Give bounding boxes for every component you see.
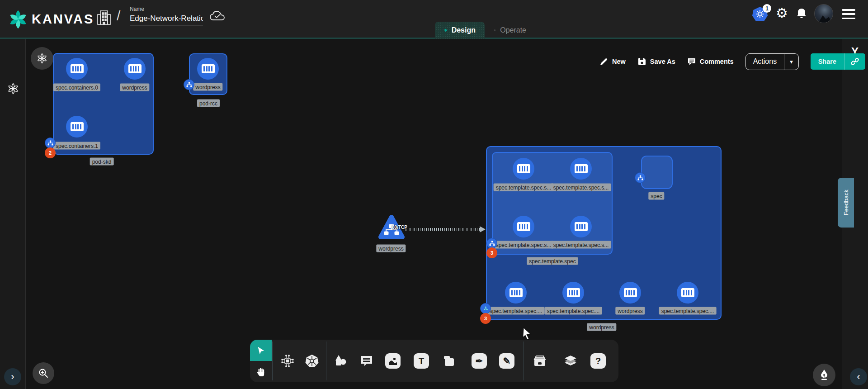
save-as-button-label: Save As <box>650 58 675 65</box>
node-label: spec.template.spec.s... <box>494 241 554 249</box>
pan-tool-button[interactable] <box>250 361 272 382</box>
container-icon <box>567 288 580 297</box>
app-header: KANVAS / Name Edge-Network-Relatio <box>0 0 868 39</box>
node-label: wordpress <box>615 307 645 315</box>
node-label: spec.template.spec.s... <box>551 241 611 249</box>
comments-button[interactable]: Comments <box>687 57 734 66</box>
container-node[interactable] <box>513 216 534 237</box>
sitemap-icon <box>489 241 495 247</box>
node-label: spec.template.spec.s... <box>494 184 554 191</box>
container-node[interactable] <box>197 58 219 80</box>
circuit-icon <box>281 354 294 368</box>
group-collapse-badge[interactable] <box>184 79 194 90</box>
container-icon <box>128 64 142 73</box>
error-count-badge[interactable]: 2 <box>45 147 56 158</box>
text-tool-button[interactable]: T <box>412 352 430 370</box>
organization-icon[interactable] <box>96 8 112 26</box>
actions-dropdown-caret[interactable]: ▾ <box>784 54 798 70</box>
comment-tool-button[interactable] <box>358 352 376 370</box>
actions-button-label[interactable]: Actions <box>746 54 784 70</box>
group-collapse-badge[interactable] <box>45 138 56 148</box>
container-icon <box>71 122 84 131</box>
components-tool-button[interactable] <box>278 352 297 370</box>
container-icon <box>624 288 637 297</box>
chevron-left-icon: ‹ <box>857 372 860 382</box>
container-node[interactable] <box>570 216 592 237</box>
canvas-action-bar: New Save As Comments Actions ▾ Share <box>599 53 865 70</box>
magnifier-plus-icon <box>38 368 49 379</box>
user-avatar[interactable] <box>814 4 833 23</box>
container-icon <box>202 64 215 73</box>
new-button[interactable]: New <box>599 57 626 66</box>
group-spec[interactable] <box>641 156 673 189</box>
node-label: spec.containers.1 <box>53 142 100 150</box>
draw-mode-button[interactable] <box>813 364 835 386</box>
cloud-saved-icon <box>209 10 226 23</box>
save-as-button[interactable]: Save As <box>637 57 675 66</box>
pen-tool-button[interactable]: ✒ <box>470 352 488 370</box>
group-label: spec <box>648 192 664 200</box>
group-collapse-badge[interactable] <box>635 172 646 183</box>
copy-link-button[interactable] <box>844 53 865 70</box>
node-label: wordpress <box>120 84 149 91</box>
design-tab-label: Design <box>452 26 476 34</box>
operate-tab-label: Operate <box>500 26 526 34</box>
container-node[interactable] <box>66 58 88 80</box>
meshery-spiral-icon[interactable] <box>7 83 19 95</box>
container-icon <box>71 64 84 73</box>
error-count-badge[interactable]: 3 <box>480 313 491 324</box>
tab-operate[interactable]: Operate <box>485 22 535 39</box>
new-button-label: New <box>612 58 626 65</box>
collapse-right-panel-button[interactable]: ‹ <box>850 368 867 385</box>
container-node[interactable] <box>570 158 592 180</box>
group-collapse-badge[interactable] <box>480 303 491 314</box>
actions-split-button[interactable]: Actions ▾ <box>745 53 799 70</box>
comment-bubble-icon <box>360 354 373 368</box>
breadcrumb-separator: / <box>117 8 120 24</box>
zoom-button[interactable] <box>33 362 54 384</box>
select-tool-button[interactable] <box>250 340 272 361</box>
pencil-tool-button[interactable]: ✎ <box>498 352 516 370</box>
help-tool-button[interactable]: ? <box>589 352 607 370</box>
container-node[interactable] <box>677 282 698 304</box>
layers-tool-button[interactable] <box>561 352 580 370</box>
error-count-badge[interactable]: 3 <box>486 247 497 258</box>
feedback-tab[interactable]: Feedback <box>838 178 854 228</box>
design-name-label: Name <box>130 6 203 12</box>
tab-design[interactable]: Design <box>435 22 485 39</box>
expand-left-panel-button[interactable]: › <box>4 368 21 385</box>
container-node[interactable] <box>66 116 88 138</box>
k8s-context-count-badge: 1 <box>763 4 771 13</box>
share-split-button[interactable]: Share <box>811 53 865 70</box>
group-spec-template-spec[interactable] <box>492 152 613 255</box>
shapes-tool-button[interactable] <box>331 352 349 370</box>
comments-button-label: Comments <box>700 58 734 65</box>
kubernetes-tool-button[interactable] <box>303 352 321 370</box>
group-label: wordpress <box>587 323 616 331</box>
share-button-label[interactable]: Share <box>811 53 844 70</box>
chevron-right-icon: › <box>11 372 14 382</box>
settings-gear-icon[interactable]: ⚙ <box>776 6 788 20</box>
container-icon <box>575 222 588 231</box>
hamburger-menu-icon[interactable] <box>842 9 855 19</box>
container-node[interactable] <box>619 282 641 304</box>
container-node[interactable] <box>562 282 584 304</box>
new-pencil-icon <box>599 57 609 66</box>
k8s-context-switcher[interactable]: 1 <box>752 5 770 22</box>
design-name-field[interactable]: Name Edge-Network-Relatio <box>130 6 203 25</box>
question-icon: ? <box>590 353 606 369</box>
kanvas-logo-icon[interactable] <box>8 9 28 29</box>
left-sidebar: › <box>0 39 26 389</box>
hand-icon <box>255 366 266 377</box>
container-icon <box>681 288 694 297</box>
sitemap-icon <box>186 82 192 88</box>
node-action-flower-button[interactable] <box>31 47 53 70</box>
container-node[interactable] <box>505 282 527 304</box>
notifications-bell-icon[interactable] <box>796 7 807 20</box>
design-name-input[interactable]: Edge-Network-Relatio <box>130 14 203 25</box>
container-node[interactable] <box>513 158 534 180</box>
container-node[interactable] <box>124 58 146 80</box>
frame-tool-button[interactable] <box>440 352 458 370</box>
image-tool-button[interactable] <box>384 352 402 370</box>
drawer-tool-button[interactable] <box>531 352 549 370</box>
